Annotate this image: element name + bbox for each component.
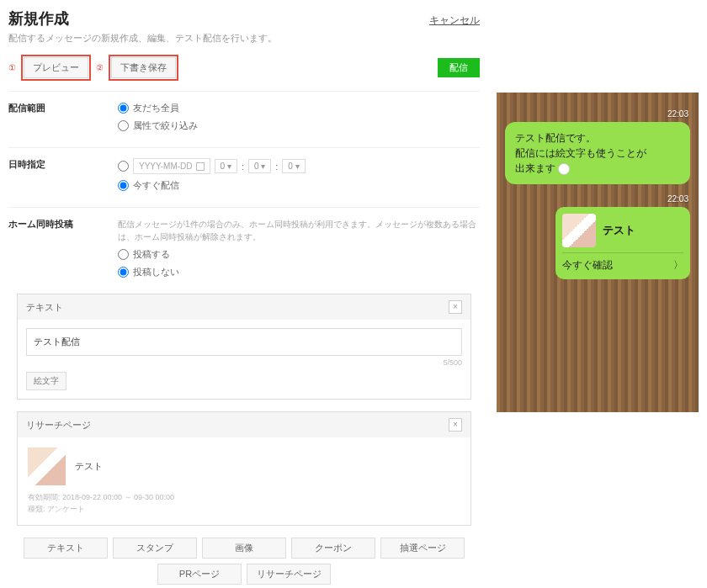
card-action-button[interactable]: 今すぐ確認 〉 <box>562 252 683 273</box>
research-title: テスト <box>75 460 103 473</box>
add-text-button[interactable]: テキスト <box>24 538 108 559</box>
preview-button[interactable]: プレビュー <box>24 57 88 78</box>
timeline-post-radio[interactable] <box>118 249 129 260</box>
message-textarea[interactable]: テスト配信 <box>26 328 462 356</box>
date-input[interactable]: YYYY-MM-DD <box>133 158 210 174</box>
research-panel: リサーチページ × テスト 有効期間: 2018-09-22 00:00 ～ 0… <box>17 411 471 526</box>
chat-card: テスト 今すぐ確認 〉 <box>556 207 690 279</box>
card-thumb <box>562 214 596 247</box>
hour-select[interactable]: 0 ▾ <box>215 159 237 173</box>
smile-emoji-icon <box>558 163 570 175</box>
research-panel-title: リサーチページ <box>26 419 91 432</box>
research-type: 種類: アンケート <box>28 504 460 516</box>
timeline-hint: 配信メッセージが1件の場合のみ、ホーム同時投稿が利用できます。メッセージが複数あ… <box>118 218 480 243</box>
text-panel-close[interactable]: × <box>449 300 462 314</box>
second-select[interactable]: 0 ▾ <box>282 159 305 173</box>
add-research-button[interactable]: リサーチページ <box>247 564 331 585</box>
add-image-button[interactable]: 画像 <box>202 538 286 559</box>
chevron-right-icon: 〉 <box>673 258 683 273</box>
research-period: 有効期間: 2018-09-22 00:00 ～ 09-30 00:00 <box>28 492 460 504</box>
minute-select[interactable]: 0 ▾ <box>248 159 271 173</box>
schedule-date-radio[interactable] <box>118 161 129 172</box>
research-thumb <box>28 448 66 485</box>
phone-preview: 22:03 テスト配信です。 配信には絵文字も使うことが 出来ます 22:03 … <box>497 93 699 412</box>
add-pr-button[interactable]: PRページ <box>157 564 242 585</box>
add-coupon-button[interactable]: クーポン <box>291 538 375 559</box>
chat-time-2: 22:03 <box>505 194 690 204</box>
research-panel-close[interactable]: × <box>449 418 462 432</box>
annotation-2: ② <box>96 63 104 72</box>
char-count: 5/500 <box>26 358 462 367</box>
range-all-label: 友だち全員 <box>133 102 179 114</box>
schedule-label: 日時指定 <box>8 158 101 197</box>
add-lottery-button[interactable]: 抽選ページ <box>380 538 465 559</box>
add-stamp-button[interactable]: スタンプ <box>113 538 197 559</box>
calendar-icon <box>196 162 205 171</box>
text-panel: テキスト × テスト配信 5/500 絵文字 <box>17 294 471 400</box>
card-title: テスト <box>603 223 635 238</box>
send-button-top[interactable]: 配信 <box>438 58 480 77</box>
timeline-post-label: 投稿する <box>133 248 170 261</box>
page-subtitle: 配信するメッセージの新規作成、編集、テスト配信を行います。 <box>8 32 480 45</box>
save-draft-button[interactable]: 下書き保存 <box>111 57 176 78</box>
highlight-box-1: プレビュー <box>21 55 91 81</box>
range-filter-radio[interactable] <box>118 120 129 131</box>
chat-bubble-1: テスト配信です。 配信には絵文字も使うことが 出来ます <box>505 122 690 184</box>
timeline-nopost-radio[interactable] <box>118 267 129 278</box>
range-all-radio[interactable] <box>118 103 129 114</box>
highlight-box-2: 下書き保存 <box>109 55 178 81</box>
timeline-label: ホーム同時投稿 <box>8 218 101 283</box>
text-panel-title: テキスト <box>26 301 63 314</box>
range-label: 配信範囲 <box>8 102 101 137</box>
cancel-link[interactable]: キャンセル <box>429 13 480 28</box>
page-title: 新規作成 <box>8 8 69 29</box>
emoji-button[interactable]: 絵文字 <box>26 372 66 390</box>
schedule-now-radio[interactable] <box>118 180 129 191</box>
range-filter-label: 属性で絞り込み <box>133 119 198 132</box>
schedule-now-label: 今すぐ配信 <box>133 179 179 192</box>
timeline-nopost-label: 投稿しない <box>133 266 179 278</box>
annotation-1: ① <box>8 63 16 72</box>
chat-time-1: 22:03 <box>505 109 690 119</box>
